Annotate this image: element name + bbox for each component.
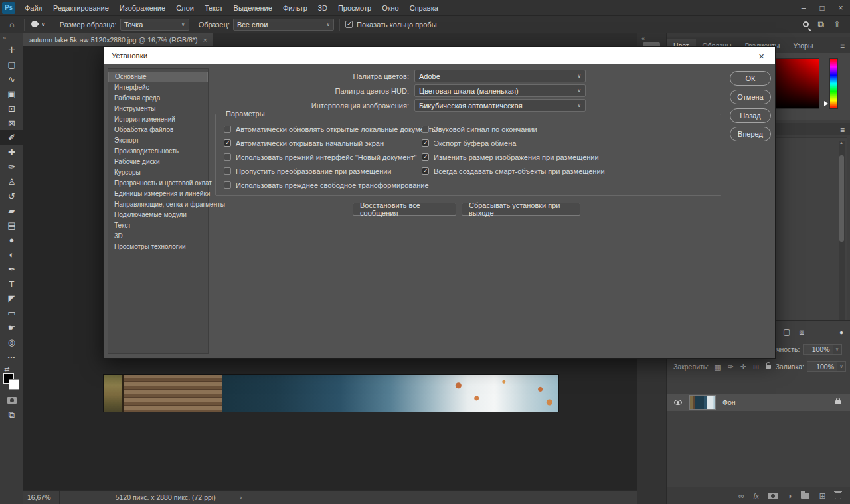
category-workspace[interactable]: Рабочая среда — [108, 93, 208, 104]
category-units-rulers[interactable]: Единицы измерения и линейки — [108, 189, 208, 199]
checkbox[interactable] — [224, 139, 231, 147]
checkbox[interactable] — [422, 153, 429, 161]
category-tools[interactable]: Инструменты — [108, 104, 208, 114]
screen-mode-icon[interactable]: ⧉ — [0, 408, 23, 422]
menu-3d[interactable]: 3D — [313, 1, 333, 15]
new-group-folder-icon[interactable] — [801, 493, 809, 499]
category-file-handling[interactable]: Обработка файлов — [108, 125, 208, 135]
filter-shape-icon[interactable]: ▢ — [783, 327, 790, 337]
checkbox[interactable] — [422, 126, 429, 133]
category-history-log[interactable]: История изменений — [108, 114, 208, 125]
menu-window[interactable]: Окно — [377, 1, 404, 15]
clone-stamp-tool[interactable]: ♙ — [0, 174, 23, 189]
delete-layer-trash-icon[interactable] — [835, 492, 841, 499]
scroll-up-icon[interactable]: ▲ — [839, 141, 843, 145]
color-picker-select[interactable]: Adobe ∨ — [414, 70, 586, 82]
reset-all-warnings-button[interactable]: Восстановить все сообщения — [353, 203, 456, 216]
dialog-title-bar[interactable]: Установки × — [104, 47, 775, 64]
move-tool[interactable]: ✛ — [0, 42, 23, 57]
brush-tool[interactable]: ✑ — [0, 159, 23, 174]
status-chevron-icon[interactable]: › — [222, 493, 242, 501]
checkbox[interactable] — [224, 126, 231, 133]
search-icon[interactable] — [803, 21, 809, 27]
sample-size-select[interactable]: Точка ∨ — [120, 19, 189, 31]
category-interface[interactable]: Интерфейс — [108, 82, 208, 93]
category-export[interactable]: Экспорт — [108, 135, 208, 146]
lock-artboard-icon[interactable]: ⊞ — [753, 363, 759, 371]
checkbox[interactable] — [422, 139, 429, 147]
checkbox[interactable] — [224, 153, 231, 161]
type-tool[interactable]: T — [0, 276, 23, 291]
eyedropper-tool[interactable]: ✐ — [0, 130, 23, 145]
fill-value[interactable]: 100% — [807, 361, 837, 372]
image-interpolation-select[interactable]: Бикубическая автоматическая ∨ — [414, 99, 586, 112]
blur-tool[interactable]: ● — [0, 232, 23, 247]
eyedropper-tool-icon[interactable] — [31, 21, 38, 29]
crop-tool[interactable]: ⊡ — [0, 101, 23, 116]
category-technology-previews[interactable]: Просмотры технологии — [108, 242, 208, 252]
hue-slider-arrow-icon[interactable] — [824, 101, 828, 106]
quick-mask-icon[interactable] — [0, 393, 23, 408]
zoom-tool[interactable]: ◎ — [0, 335, 23, 349]
add-mask-icon[interactable] — [768, 493, 778, 499]
category-guides-grid-slices[interactable]: Направляющие, сетка и фрагменты — [108, 199, 208, 210]
next-button[interactable]: Вперед — [730, 127, 771, 141]
category-performance[interactable]: Производительность — [108, 146, 208, 157]
checkbox[interactable] — [224, 181, 231, 189]
menu-type[interactable]: Текст — [199, 1, 228, 15]
filter-smart-object-icon[interactable]: ⧈ — [799, 327, 804, 337]
collapse-dock-icon[interactable]: « — [641, 35, 645, 42]
menu-layers[interactable]: Слои — [171, 1, 199, 15]
saturation-square[interactable] — [776, 58, 819, 109]
hue-slider-bar[interactable] — [829, 58, 838, 109]
maximize-button[interactable]: □ — [813, 0, 831, 16]
checkbox[interactable] — [422, 167, 429, 175]
category-3d[interactable]: 3D — [108, 231, 208, 242]
gradient-tool[interactable]: ▤ — [0, 218, 23, 232]
home-icon[interactable]: ⌂ — [5, 19, 19, 29]
lock-paint-icon[interactable]: ✑ — [728, 363, 734, 371]
toolbar-collapse-icon[interactable]: » — [0, 33, 23, 42]
checkbox[interactable] — [224, 167, 231, 175]
spot-healing-tool[interactable]: ✚ — [0, 145, 23, 159]
category-plugins[interactable]: Подключаемые модули — [108, 210, 208, 220]
layer-row-background[interactable]: Фон — [667, 394, 850, 411]
frame-tool[interactable]: ⊠ — [0, 116, 23, 130]
menu-edit[interactable]: Редактирование — [48, 1, 114, 15]
workspace-icon[interactable]: ⧉ — [818, 19, 824, 30]
menu-file[interactable]: Файл — [19, 1, 48, 15]
show-sampling-ring-checkbox[interactable] — [345, 21, 353, 28]
scrollbar[interactable]: ▲ — [839, 141, 845, 340]
sample-select[interactable]: Все слои ∨ — [233, 19, 334, 31]
lock-all-icon[interactable] — [766, 365, 771, 369]
menu-help[interactable]: Справка — [404, 1, 444, 15]
lock-position-icon[interactable]: ✛ — [740, 363, 746, 371]
hand-tool[interactable]: ☛ — [0, 320, 23, 335]
prev-button[interactable]: Назад — [730, 108, 771, 123]
dodge-tool[interactable]: ◐ — [0, 247, 23, 262]
document-image[interactable] — [103, 374, 559, 412]
swap-colors-icon[interactable]: ⇄ — [0, 364, 23, 373]
category-scratch-disks[interactable]: Рабочие диски — [108, 157, 208, 167]
layer-style-fx-icon[interactable]: fx — [754, 492, 760, 500]
tab-close-icon[interactable]: × — [203, 36, 207, 44]
edit-toolbar-ellipsis[interactable]: ••• — [0, 349, 23, 364]
path-selection-tool[interactable]: ◤ — [0, 291, 23, 305]
panel-menu-icon[interactable]: ≡ — [835, 39, 850, 53]
eraser-tool[interactable]: ▰ — [0, 203, 23, 218]
shape-tool[interactable]: ▭ — [0, 305, 23, 320]
share-icon[interactable]: ⇧ — [833, 19, 841, 29]
pen-tool[interactable]: ✒ — [0, 262, 23, 276]
menu-view[interactable]: Просмотр — [333, 1, 377, 15]
panel-menu-icon[interactable]: ≡ — [835, 123, 850, 137]
document-tab[interactable]: autumn-lake-5k-aw-5120x2880.jpg @ 16,7% … — [23, 33, 213, 46]
lasso-tool[interactable]: ∿ — [0, 72, 23, 86]
tab-patterns[interactable]: Узоры — [786, 39, 819, 53]
cancel-button[interactable]: Отмена — [730, 90, 771, 104]
menu-image[interactable]: Изображение — [114, 1, 171, 15]
marquee-tool[interactable]: ▢ — [0, 57, 23, 72]
zoom-level-field[interactable]: 16,67% — [23, 491, 60, 504]
dialog-close-icon[interactable]: × — [756, 50, 767, 62]
object-selection-tool[interactable]: ▣ — [0, 86, 23, 101]
background-color-swatch[interactable] — [9, 379, 19, 390]
